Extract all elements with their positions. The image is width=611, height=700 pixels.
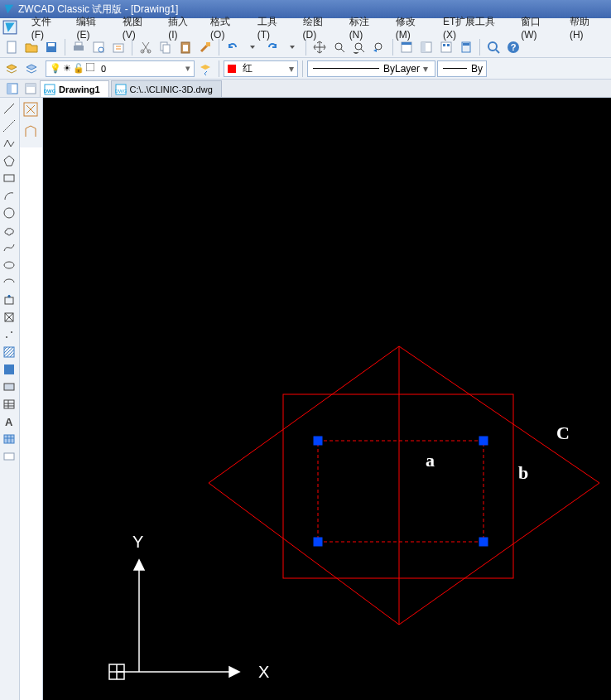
- open-icon[interactable]: [22, 38, 41, 56]
- save-icon[interactable]: [42, 38, 60, 56]
- print-icon[interactable]: [70, 38, 88, 56]
- sun-icon: ☀: [63, 63, 71, 74]
- design-center-icon[interactable]: [417, 38, 435, 56]
- properties-icon[interactable]: [397, 38, 416, 56]
- svg-rect-49: [4, 384, 14, 390]
- make-block-icon[interactable]: [0, 308, 18, 326]
- match-icon[interactable]: [196, 38, 214, 56]
- region-icon[interactable]: [0, 378, 18, 395]
- paste-icon[interactable]: [176, 38, 195, 56]
- svg-text:DWG: DWG: [44, 89, 55, 94]
- cut-icon[interactable]: [137, 38, 155, 56]
- insert-block-icon[interactable]: [0, 291, 18, 308]
- svg-rect-4: [74, 46, 84, 51]
- layers-toolbar: 💡 ☀ 🔓 0 ▾ 红 ▾ ByLayer ▾ By: [0, 58, 611, 80]
- app-icon[interactable]: [2, 19, 18, 36]
- hatch-icon[interactable]: [0, 343, 18, 360]
- polyline-icon[interactable]: [0, 134, 18, 152]
- drawing-canvas[interactable]: X Y a b C: [43, 98, 611, 700]
- revcloud-icon[interactable]: [0, 221, 18, 239]
- chevron-down-icon: ▾: [286, 63, 297, 75]
- chevron-down-icon: ▾: [420, 63, 431, 75]
- table-draw-icon[interactable]: [0, 395, 18, 413]
- panel-toggle-2-icon[interactable]: [22, 80, 40, 97]
- menu-help[interactable]: 帮助(H): [563, 13, 609, 42]
- layer-states-icon[interactable]: [22, 60, 41, 78]
- bulb-icon: 💡: [50, 63, 61, 74]
- tool-palettes-icon[interactable]: [437, 38, 455, 56]
- doc-tab-label: C:\..\CLINIC-3D.dwg: [130, 84, 213, 94]
- line-icon[interactable]: [0, 99, 18, 117]
- help-icon[interactable]: ?: [504, 38, 522, 56]
- pan-icon[interactable]: [310, 38, 329, 56]
- spline-icon[interactable]: [0, 239, 18, 256]
- doc-tabs: DWG Drawing1 DWG C:\..\CLINIC-3D.dwg: [0, 80, 611, 98]
- svg-rect-40: [4, 175, 14, 181]
- ellipse-icon[interactable]: [0, 256, 18, 273]
- gradient-icon[interactable]: [0, 360, 18, 378]
- zoom-window-icon[interactable]: [484, 38, 503, 56]
- panel-icon-1[interactable]: [20, 98, 41, 120]
- table2-icon[interactable]: [0, 430, 18, 447]
- svg-rect-12: [163, 45, 170, 53]
- svg-rect-22: [421, 42, 426, 52]
- svg-rect-63: [314, 437, 322, 445]
- doc-tab-0[interactable]: DWG Drawing1: [40, 80, 109, 97]
- calc-icon[interactable]: [457, 38, 475, 56]
- copy-icon[interactable]: [156, 38, 175, 56]
- lineweight-label: By: [471, 63, 483, 75]
- svg-point-17: [355, 43, 362, 50]
- publish-icon[interactable]: [109, 38, 127, 56]
- more-icon[interactable]: [0, 447, 18, 465]
- arc-icon[interactable]: [0, 186, 18, 204]
- xline-icon[interactable]: [0, 117, 18, 134]
- separator: [392, 39, 393, 56]
- color-combo[interactable]: 红 ▾: [224, 60, 298, 77]
- linetype-sample-icon: [313, 68, 379, 69]
- point-icon[interactable]: [0, 326, 18, 343]
- svg-rect-31: [86, 63, 94, 71]
- color-swatch-icon: [86, 63, 94, 74]
- svg-rect-1: [7, 41, 16, 53]
- undo-dd-icon[interactable]: [243, 38, 262, 56]
- layer-combo[interactable]: 💡 ☀ 🔓 0 ▾: [46, 60, 195, 77]
- panel-toggle-1-icon[interactable]: [3, 80, 22, 97]
- print-preview-icon[interactable]: [89, 38, 108, 56]
- panel-icon-2[interactable]: [20, 120, 41, 142]
- circle-icon[interactable]: [0, 204, 18, 221]
- linetype-combo[interactable]: ByLayer ▾: [307, 60, 435, 77]
- redo-icon[interactable]: [263, 38, 281, 56]
- svg-rect-27: [463, 43, 469, 46]
- svg-rect-52: [4, 435, 14, 443]
- separator: [132, 39, 132, 56]
- svg-rect-3: [48, 43, 55, 46]
- doc-tab-1[interactable]: DWG C:\..\CLINIC-3D.dwg: [111, 80, 222, 97]
- svg-rect-66: [479, 538, 488, 546]
- lineweight-combo[interactable]: By: [437, 60, 487, 77]
- layer-prev-icon[interactable]: [196, 60, 214, 78]
- svg-point-41: [4, 208, 14, 218]
- layer-manager-icon[interactable]: [2, 60, 21, 78]
- color-label: 红: [239, 61, 286, 75]
- svg-text:DWG: DWG: [115, 89, 127, 94]
- lineweight-sample-icon: [443, 68, 467, 69]
- redo-dd-icon[interactable]: [283, 38, 301, 56]
- separator: [219, 39, 219, 56]
- ellipse-arc-icon[interactable]: [0, 273, 18, 291]
- zoom-prev-icon[interactable]: [370, 38, 388, 56]
- polygon-icon[interactable]: [0, 152, 18, 169]
- zoom-realtime-icon[interactable]: [330, 38, 349, 56]
- svg-rect-43: [5, 297, 13, 304]
- separator: [306, 39, 306, 56]
- svg-rect-62: [318, 441, 484, 542]
- zoom-dd-icon[interactable]: [350, 38, 368, 56]
- rectangle-icon[interactable]: [0, 169, 18, 186]
- new-icon[interactable]: [2, 38, 21, 56]
- color-swatch-icon: [228, 65, 236, 73]
- undo-icon[interactable]: [224, 38, 242, 56]
- svg-rect-53: [4, 453, 14, 460]
- svg-rect-33: [7, 84, 12, 94]
- label-c: C: [556, 422, 570, 444]
- mtext-icon[interactable]: A: [0, 413, 18, 430]
- svg-point-16: [335, 43, 342, 50]
